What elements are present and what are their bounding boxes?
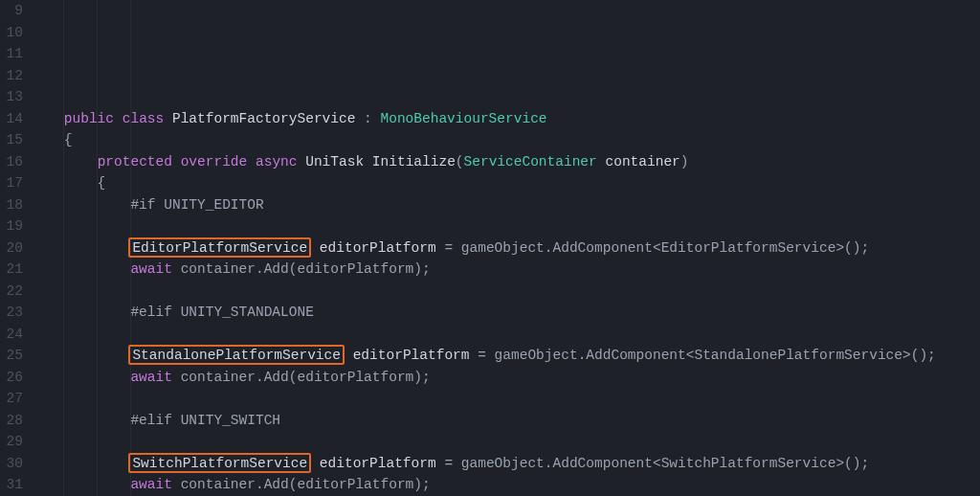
- token: editorPlatform: [320, 456, 436, 471]
- token: Add: [264, 370, 289, 385]
- token: gameObject: [461, 456, 545, 471]
- code-line[interactable]: #if UNITY_EDITOR: [31, 194, 980, 216]
- token: .: [545, 240, 553, 256]
- line-number: 28: [0, 410, 23, 432]
- token: SwitchPlatformService: [661, 456, 836, 471]
- code-line[interactable]: EditorPlatformService editorPlatform = g…: [31, 237, 980, 259]
- highlight-box: SwitchPlatformService: [128, 453, 311, 473]
- code-line[interactable]: {: [31, 129, 980, 151]
- code-line[interactable]: [31, 388, 980, 410]
- line-number: 26: [0, 367, 23, 389]
- token: >();: [835, 240, 869, 256]
- token: await: [130, 261, 172, 277]
- token: StandalonePlatformService: [694, 348, 902, 363]
- token: [31, 283, 39, 299]
- token: [31, 261, 130, 277]
- code-line[interactable]: SwitchPlatformService editorPlatform = g…: [31, 453, 980, 475]
- code-line[interactable]: await container.Add(editorPlatform);: [31, 474, 980, 496]
- line-number: 27: [0, 388, 23, 410]
- line-number: 21: [0, 259, 23, 281]
- code-line[interactable]: [31, 324, 980, 346]
- token: );: [413, 477, 430, 492]
- token: PlatformFactoryService: [172, 111, 355, 126]
- token: [156, 197, 165, 213]
- line-number: 15: [0, 129, 23, 151]
- token: [31, 111, 64, 126]
- token: [31, 391, 39, 406]
- token: [31, 304, 130, 320]
- line-number: 12: [0, 65, 23, 87]
- token: .: [256, 370, 264, 385]
- token: await: [130, 477, 172, 492]
- token: =: [436, 456, 461, 471]
- line-number: 30: [0, 453, 23, 475]
- token: public: [64, 111, 114, 126]
- line-number: 10: [0, 22, 23, 44]
- token: [172, 261, 181, 277]
- line-number: 24: [0, 324, 23, 346]
- code-line[interactable]: {: [31, 172, 980, 194]
- token: >();: [902, 348, 936, 363]
- code-line[interactable]: #elif UNITY_STANDALONE: [31, 302, 980, 324]
- token: [172, 477, 181, 492]
- token: ): [680, 154, 689, 169]
- code-line[interactable]: StandalonePlatformService editorPlatform…: [31, 345, 980, 367]
- token: [31, 434, 39, 449]
- token: editorPlatform: [297, 370, 413, 385]
- token: gameObject: [495, 348, 578, 363]
- line-number: 9: [0, 0, 23, 22]
- code-editor[interactable]: 9101112131415161718192021222324252627282…: [0, 0, 980, 496]
- token: :: [355, 111, 380, 126]
- token: {: [31, 132, 73, 147]
- line-number: 17: [0, 172, 23, 194]
- token: override: [181, 154, 248, 169]
- code-line[interactable]: [31, 215, 980, 237]
- token: container: [181, 261, 256, 277]
- token: .: [256, 261, 264, 277]
- token: [172, 413, 181, 428]
- code-area[interactable]: public class PlatformFactoryService : Mo…: [31, 0, 980, 496]
- token: [345, 348, 353, 363]
- token: [31, 240, 130, 256]
- token: [311, 456, 320, 471]
- token: [31, 348, 130, 363]
- token: <: [653, 240, 661, 256]
- token: [364, 154, 372, 169]
- token: UNITY_EDITOR: [164, 197, 263, 213]
- token: (: [456, 154, 464, 169]
- code-line[interactable]: await container.Add(editorPlatform);: [31, 259, 980, 281]
- token: [31, 327, 39, 342]
- token: Initialize: [372, 154, 456, 169]
- token: Add: [264, 477, 289, 492]
- line-number: 31: [0, 474, 23, 496]
- token: container: [605, 154, 679, 169]
- code-line[interactable]: [31, 431, 980, 453]
- code-line[interactable]: [31, 281, 980, 303]
- token: #elif: [130, 304, 172, 320]
- token: AddComponent: [586, 348, 685, 363]
- token: {: [31, 175, 105, 191]
- token: MonoBehaviourService: [381, 111, 547, 126]
- line-number: 13: [0, 86, 23, 108]
- line-number: 18: [0, 194, 23, 216]
- line-number-gutter: 9101112131415161718192021222324252627282…: [0, 0, 31, 496]
- code-line[interactable]: public class PlatformFactoryService : Mo…: [31, 108, 980, 130]
- code-line[interactable]: await container.Add(editorPlatform);: [31, 367, 980, 389]
- token: [31, 218, 39, 234]
- highlight-box: StandalonePlatformService: [128, 345, 345, 365]
- highlight-box: EditorPlatformService: [128, 237, 311, 258]
- token: UniTask: [305, 154, 364, 169]
- token: EditorPlatformService: [661, 240, 836, 256]
- code-line[interactable]: protected override async UniTask Initial…: [31, 151, 980, 173]
- token: container: [181, 477, 256, 492]
- line-number: 11: [0, 43, 23, 65]
- token: async: [256, 154, 298, 169]
- token: Add: [264, 261, 289, 277]
- token: container: [181, 370, 256, 385]
- token: [31, 413, 130, 428]
- line-number: 22: [0, 281, 23, 303]
- token: =: [470, 348, 495, 363]
- token: class: [122, 111, 165, 126]
- token: await: [130, 370, 172, 385]
- code-line[interactable]: #elif UNITY_SWITCH: [31, 410, 980, 432]
